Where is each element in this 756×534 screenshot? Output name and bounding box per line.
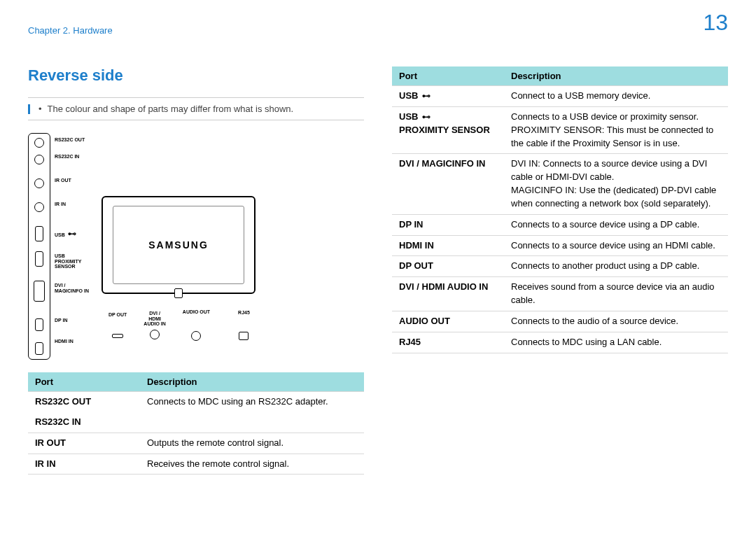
vertical-port-labels: RS232C OUT RS232C IN IR OUT IR IN USB ⊷ … bbox=[55, 133, 89, 360]
port-circle-icon bbox=[34, 155, 44, 164]
left-column: Reverse side • The colour and shape of p… bbox=[28, 66, 364, 475]
port-label: USB ⊷ bbox=[55, 230, 89, 253]
port-label: RS232C IN bbox=[55, 154, 89, 178]
right-column: Port Description USB ⊷ Connect to a USB … bbox=[392, 66, 728, 475]
port-cell: USB ⊷ bbox=[392, 86, 504, 107]
desc-cell bbox=[140, 412, 364, 433]
port-table-right: Port Description USB ⊷ Connect to a USB … bbox=[392, 66, 728, 353]
port-hdmi-icon bbox=[35, 342, 43, 355]
table-row: DVI / MAGICINFO IN DVI IN: Connects to a… bbox=[392, 154, 728, 214]
table-row: RJ45 Connects to MDC using a LAN cable. bbox=[392, 332, 728, 353]
port-circle-icon bbox=[150, 330, 160, 339]
table-header-row: Port Description bbox=[392, 66, 728, 86]
table-row: USB ⊷PROXIMITY SENSOR Connects to a USB … bbox=[392, 106, 728, 154]
desc-cell: Receives the remote control signal. bbox=[140, 454, 364, 475]
desc-cell: Connects to MDC using a LAN cable. bbox=[504, 332, 728, 353]
usb-icon: ⊷ bbox=[422, 111, 430, 123]
port-label: IR OUT bbox=[55, 178, 89, 202]
bullet-icon: • bbox=[38, 104, 42, 114]
desc-cell: Connects to a USB device or proximity se… bbox=[504, 106, 728, 154]
col-description: Description bbox=[140, 372, 364, 392]
table-row: DVI / HDMI AUDIO IN Receives sound from … bbox=[392, 277, 728, 311]
desc-cell: Connects to the audio of a source device… bbox=[504, 311, 728, 332]
port-cell: RS232C OUT bbox=[28, 392, 140, 412]
port-label: HDMI IN bbox=[55, 339, 89, 344]
port-circle-icon bbox=[34, 202, 44, 212]
port-cell: DP OUT bbox=[392, 256, 504, 277]
port-circle-icon bbox=[34, 178, 44, 188]
desc-cell: Receives sound from a source device via … bbox=[504, 277, 728, 311]
monitor-body: SAMSUNG bbox=[102, 196, 255, 294]
port-label: DVI / MAGICINFO IN bbox=[55, 283, 89, 318]
port-usb-icon bbox=[35, 226, 43, 241]
monitor-diagram: SAMSUNG DP OUT DVI / HDMI AUDIO IN AUDIO… bbox=[102, 196, 262, 341]
col-port: Port bbox=[392, 66, 504, 86]
port-shape-icon bbox=[112, 334, 123, 338]
port-circle-icon bbox=[34, 138, 44, 148]
monitor-stand-icon bbox=[174, 288, 183, 298]
desc-cell: Connects to MDC using an RS232C adapter. bbox=[140, 392, 364, 412]
note-callout: • The colour and shape of parts may diff… bbox=[28, 97, 364, 120]
chapter-label: Chapter 2. Hardware bbox=[28, 0, 113, 36]
page-number: 13 bbox=[703, 0, 728, 36]
note-text: The colour and shape of parts may differ… bbox=[48, 104, 294, 114]
port-dp-icon bbox=[35, 318, 43, 331]
table-header-row: Port Description bbox=[28, 372, 364, 392]
table-row: IR OUT Outputs the remote control signal… bbox=[28, 433, 364, 454]
table-row: IR IN Receives the remote control signal… bbox=[28, 454, 364, 475]
port-cell: USB ⊷PROXIMITY SENSOR bbox=[392, 106, 504, 154]
usb-icon: ⊷ bbox=[68, 230, 76, 239]
port-cell: IR IN bbox=[28, 454, 140, 475]
desc-cell: Connects to another product using a DP c… bbox=[504, 256, 728, 277]
table-row: DP OUT Connects to another product using… bbox=[392, 256, 728, 277]
monitor-inner bbox=[113, 206, 244, 284]
port-cell: IR OUT bbox=[28, 433, 140, 454]
port-table-left: Port Description RS232C OUT Connects to … bbox=[28, 372, 364, 475]
desc-cell: Connects to a source device using a DP c… bbox=[504, 214, 728, 235]
port-label: IR IN bbox=[55, 202, 89, 230]
desc-cell: Connect to a USB memory device. bbox=[504, 86, 728, 107]
table-row: RS232C OUT Connects to MDC using an RS23… bbox=[28, 392, 364, 412]
vertical-port-stack bbox=[28, 133, 50, 360]
port-rj45: RJ45 bbox=[238, 310, 250, 340]
port-usb-icon bbox=[35, 251, 43, 267]
desc-cell: Connects to a source device using an HDM… bbox=[504, 235, 728, 256]
port-circle-icon bbox=[191, 331, 201, 341]
diagram: RS232C OUT RS232C IN IR OUT IR IN USB ⊷ … bbox=[28, 133, 364, 360]
table-row: AUDIO OUT Connects to the audio of a sou… bbox=[392, 311, 728, 332]
col-description: Description bbox=[504, 66, 728, 86]
port-cell: DVI / HDMI AUDIO IN bbox=[392, 277, 504, 311]
port-dvi-icon bbox=[34, 281, 45, 302]
note-bar-icon bbox=[28, 104, 30, 114]
usb-icon: ⊷ bbox=[422, 90, 430, 102]
desc-cell: Outputs the remote control signal. bbox=[140, 433, 364, 454]
table-row: RS232C IN bbox=[28, 412, 364, 433]
table-row: DP IN Connects to a source device using … bbox=[392, 214, 728, 235]
port-cell: DP IN bbox=[392, 214, 504, 235]
port-cell: RJ45 bbox=[392, 332, 504, 353]
port-dp-out: DP OUT bbox=[108, 312, 127, 338]
horizontal-port-row: DP OUT DVI / HDMI AUDIO IN AUDIO OUT RJ4… bbox=[108, 309, 262, 341]
port-cell: DVI / MAGICINFO IN bbox=[392, 154, 504, 214]
page-header: Chapter 2. Hardware 13 bbox=[0, 0, 756, 38]
desc-cell: DVI IN: Connects to a source device usin… bbox=[504, 154, 728, 214]
port-label: DP IN bbox=[55, 318, 89, 339]
section-title: Reverse side bbox=[28, 66, 364, 85]
port-rj45-icon bbox=[239, 332, 248, 340]
content-area: Reverse side • The colour and shape of p… bbox=[0, 38, 756, 475]
port-cell: RS232C IN bbox=[28, 412, 140, 433]
table-row: USB ⊷ Connect to a USB memory device. bbox=[392, 86, 728, 107]
port-cell: HDMI IN bbox=[392, 235, 504, 256]
port-label: USB PROXIMITY SENSOR bbox=[55, 253, 89, 283]
table-row: HDMI IN Connects to a source device usin… bbox=[392, 235, 728, 256]
port-label: RS232C OUT bbox=[55, 137, 89, 154]
port-cell: AUDIO OUT bbox=[392, 311, 504, 332]
port-audio-out: AUDIO OUT bbox=[183, 309, 210, 341]
port-dvi-hdmi-audio-in: DVI / HDMI AUDIO IN bbox=[144, 311, 166, 339]
col-port: Port bbox=[28, 372, 140, 392]
